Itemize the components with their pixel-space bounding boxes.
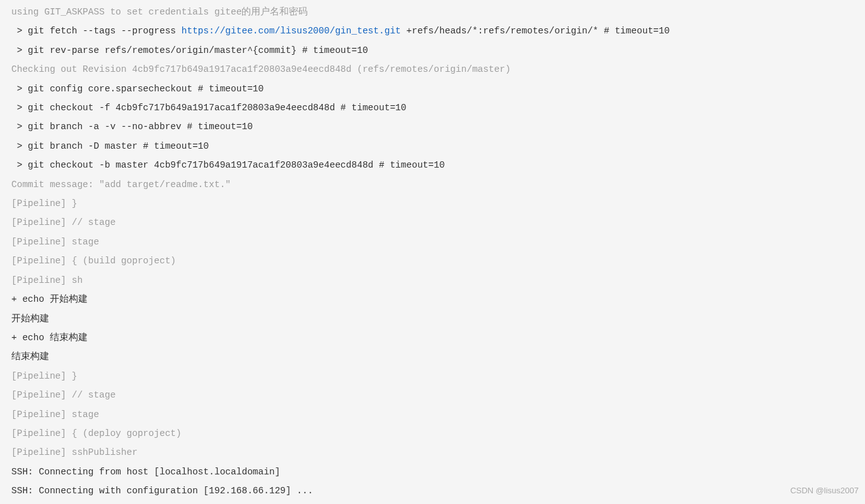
log-text: > git branch -a -v --no-abbrev # timeout… xyxy=(11,122,253,132)
log-line: + echo 开始构建 xyxy=(11,290,854,309)
log-line: [Pipeline] // stage xyxy=(11,213,854,232)
log-text: [Pipeline] stage xyxy=(11,237,99,247)
log-text: 开始构建 xyxy=(11,314,49,324)
log-text: > git checkout -b master 4cb9fc717b649a1… xyxy=(11,160,444,170)
log-line: + echo 结束构建 xyxy=(11,328,854,347)
log-text: [Pipeline] sh xyxy=(11,275,83,285)
log-line: > git config core.sparsecheckout # timeo… xyxy=(11,79,854,98)
log-line: [Pipeline] sh xyxy=(11,271,854,290)
console-output: using GIT_ASKPASS to set credentials git… xyxy=(11,3,854,501)
log-line: > git branch -D master # timeout=10 xyxy=(11,137,854,156)
log-text: [Pipeline] // stage xyxy=(11,390,115,400)
log-line: [Pipeline] { (deploy goproject) xyxy=(11,424,854,443)
log-line: [Pipeline] } xyxy=(11,367,854,386)
log-line: [Pipeline] stage xyxy=(11,405,854,424)
log-text: SSH: Connecting with configuration [192.… xyxy=(11,486,313,496)
log-text: [Pipeline] // stage xyxy=(11,217,115,227)
log-text: > git config core.sparsecheckout # timeo… xyxy=(11,84,264,94)
log-line: > git fetch --tags --progress https://gi… xyxy=(11,21,854,40)
log-line: [Pipeline] sshPublisher xyxy=(11,443,854,462)
log-line: SSH: Connecting with configuration [192.… xyxy=(11,481,854,500)
log-text: > git rev-parse refs/remotes/origin/mast… xyxy=(11,45,368,55)
log-text: [Pipeline] } xyxy=(11,371,77,381)
log-text: Commit message: "add target/readme.txt." xyxy=(11,180,231,190)
log-line: > git rev-parse refs/remotes/origin/mast… xyxy=(11,41,854,60)
log-text: SSH: Connecting from host [localhost.loc… xyxy=(11,467,280,477)
log-line: > git checkout -f 4cb9fc717b649a1917aca1… xyxy=(11,98,854,117)
log-text: Checking out Revision 4cb9fc717b649a1917… xyxy=(11,64,511,74)
log-line: [Pipeline] { (build goproject) xyxy=(11,251,854,270)
log-line: [Pipeline] // stage xyxy=(11,386,854,404)
log-line: Commit message: "add target/readme.txt." xyxy=(11,175,854,194)
log-text: + echo 结束构建 xyxy=(11,333,88,343)
log-line: [Pipeline] } xyxy=(11,194,854,213)
log-line: 结束构建 xyxy=(11,347,854,366)
log-text: [Pipeline] { (build goproject) xyxy=(11,256,176,266)
log-line: Checking out Revision 4cb9fc717b649a1917… xyxy=(11,60,854,79)
log-line: using GIT_ASKPASS to set credentials git… xyxy=(11,3,854,21)
watermark: CSDN @lisus2007 xyxy=(790,481,859,500)
log-text: [Pipeline] } xyxy=(11,198,77,209)
log-text: using GIT_ASKPASS to set credentials git… xyxy=(11,7,308,17)
log-text: > git fetch --tags --progress xyxy=(11,26,182,36)
repo-url-link[interactable]: https://gitee.com/lisus2000/gin_test.git xyxy=(182,26,401,36)
log-text: [Pipeline] { (deploy goproject) xyxy=(11,428,182,438)
log-text: > git branch -D master # timeout=10 xyxy=(11,141,209,151)
log-line: [Pipeline] stage xyxy=(11,232,854,251)
log-text: 结束构建 xyxy=(11,352,49,362)
log-text: > git checkout -f 4cb9fc717b649a1917aca1… xyxy=(11,103,407,113)
log-line: > git checkout -b master 4cb9fc717b649a1… xyxy=(11,156,854,175)
log-text: [Pipeline] sshPublisher xyxy=(11,447,137,457)
log-text: [Pipeline] stage xyxy=(11,410,99,420)
log-line: 开始构建 xyxy=(11,309,854,328)
log-text: + echo 开始构建 xyxy=(11,294,88,304)
log-line: > git branch -a -v --no-abbrev # timeout… xyxy=(11,117,854,136)
log-line: SSH: Connecting from host [localhost.loc… xyxy=(11,462,854,481)
log-text: +refs/heads/*:refs/remotes/origin/* # ti… xyxy=(401,26,670,36)
